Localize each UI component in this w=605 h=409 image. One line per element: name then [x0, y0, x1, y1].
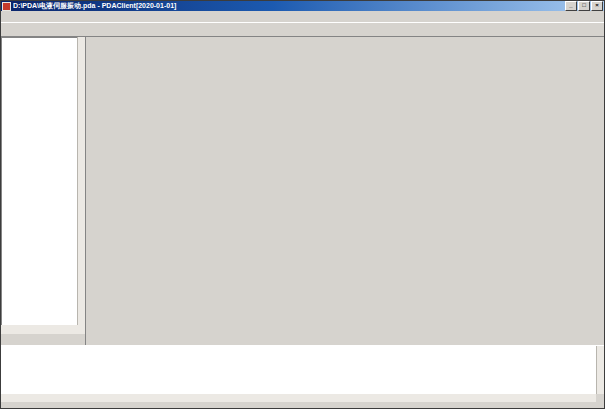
sidebar-tab-bar — [1, 334, 85, 345]
signal-tree-panel — [1, 37, 86, 345]
bottom-tab-bar — [1, 402, 605, 409]
window-title: D:\PDA\电液伺服振动.pda - PDAClient[2020-01-01… — [13, 1, 564, 11]
window-controls: _□× — [564, 1, 603, 11]
app-icon — [2, 2, 11, 11]
title-bar[interactable]: D:\PDA\电液伺服振动.pda - PDAClient[2020-01-01… — [1, 1, 604, 11]
tree-horizontal-scrollbar[interactable] — [1, 325, 85, 334]
charts-area — [86, 37, 604, 345]
menu-bar — [1, 11, 604, 22]
table-vertical-scrollbar[interactable] — [596, 346, 604, 394]
minimize-button[interactable]: _ — [565, 1, 577, 11]
pdaclient-window: D:\PDA\电液伺服振动.pda - PDAClient[2020-01-01… — [0, 0, 605, 409]
toolbar — [1, 22, 604, 37]
maximize-button[interactable]: □ — [578, 1, 590, 11]
main-area — [1, 37, 604, 345]
chart-column-left — [86, 37, 328, 345]
signal-tree[interactable] — [1, 37, 78, 327]
statistics-panel — [1, 345, 604, 409]
statistics-table[interactable] — [1, 346, 596, 394]
close-button[interactable]: × — [591, 1, 603, 11]
chart-column-right — [332, 37, 604, 345]
tree-vertical-scrollbar[interactable] — [77, 37, 85, 325]
table-horizontal-scrollbar[interactable] — [1, 394, 596, 402]
